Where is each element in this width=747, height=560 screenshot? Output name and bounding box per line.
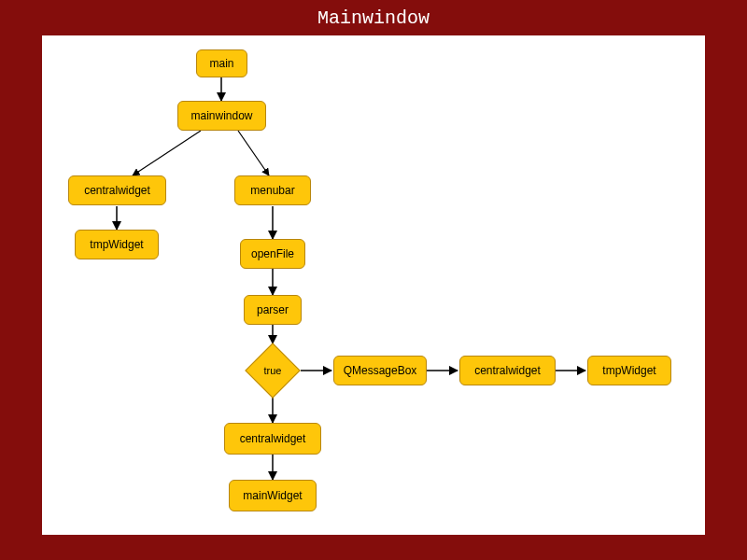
node-true-label: true (253, 351, 292, 390)
node-parser: parser (244, 295, 302, 325)
node-centralwidget-left: centralwidget (68, 175, 166, 205)
node-tmpwidget-left: tmpWidget (75, 230, 159, 259)
page-title: Mainwindow (0, 7, 747, 29)
node-menubar: menubar (234, 175, 311, 205)
node-mainwindow: mainwindow (177, 101, 266, 131)
edge-layer (42, 35, 705, 535)
node-mainwidget: mainWidget (229, 480, 317, 511)
node-main: main (196, 49, 247, 77)
diagram-canvas: main mainwindow centralwidget tmpWidget … (42, 35, 705, 535)
node-true-decision: true (253, 351, 292, 390)
node-centralwidget-right: centralwidget (459, 356, 556, 385)
node-tmpwidget-right: tmpWidget (587, 356, 671, 385)
node-openfile: openFile (240, 239, 305, 269)
svg-line-1 (133, 131, 201, 175)
node-qmessagebox: QMessageBox (333, 356, 427, 385)
svg-line-2 (238, 131, 269, 175)
node-centralwidget-bottom: centralwidget (224, 423, 321, 455)
